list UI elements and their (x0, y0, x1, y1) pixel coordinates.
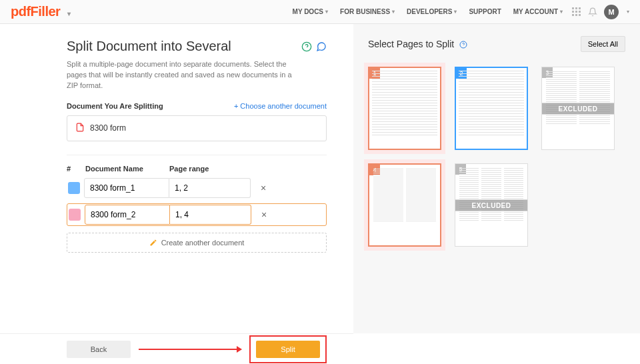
page-thumb-4[interactable]: 4 (368, 163, 441, 247)
create-another-label: Create another document (161, 239, 245, 247)
right-panel: Select Pages to Split Select All 1 2 (353, 24, 640, 333)
select-all-button[interactable]: Select All (581, 36, 625, 52)
doc-you-split-row: Document You Are Splitting + Choose anot… (67, 102, 327, 110)
chat-icon[interactable] (316, 41, 327, 52)
chevron-down-icon: ▾ (67, 10, 71, 17)
source-document-name: 8300 form (90, 123, 126, 133)
left-panel: Split Document into Several Split a mult… (0, 24, 353, 333)
back-button[interactable]: Back (67, 341, 131, 358)
help-icons (301, 41, 327, 52)
page-range-input-1[interactable] (169, 178, 251, 198)
page-range-input-2[interactable] (170, 205, 251, 225)
chevron-down-icon: ▾ (560, 9, 563, 15)
help-small-icon[interactable] (459, 41, 467, 49)
page-thumb-3-wrap: 3 EXCLUDED (541, 67, 615, 150)
divider (67, 155, 327, 155)
chevron-down-icon: ▾ (454, 9, 457, 15)
create-another-button[interactable]: Create another document (67, 233, 327, 253)
app-header: pdfFiller ▾ MY DOCS▾ FOR BUSINESS▾ DEVEL… (0, 0, 640, 24)
doc-name-input-1[interactable] (84, 178, 169, 198)
page-thumb-1[interactable]: 1 (368, 67, 441, 150)
title-row: Split Document into Several (67, 39, 327, 54)
splitting-label: Document You Are Splitting (67, 102, 163, 110)
col-hash: # (67, 165, 85, 173)
col-range: Page range (169, 165, 249, 173)
main-area: Split Document into Several Split a mult… (0, 24, 640, 333)
source-document-box: 8300 form (67, 115, 327, 141)
split-button[interactable]: Split (256, 341, 320, 358)
right-header: Select Pages to Split Select All (368, 36, 625, 52)
logo-text: pdfFiller (11, 4, 60, 19)
table-header: # Document Name Page range (67, 165, 327, 173)
annotation-arrow (139, 349, 241, 350)
remove-row-1[interactable]: × (259, 183, 268, 193)
page-title: Split Document into Several (67, 39, 231, 54)
header-icons: M ▾ (572, 5, 629, 19)
description: Split a multiple-page document into sepa… (67, 59, 293, 91)
chevron-down-icon: ▾ (325, 9, 328, 15)
apps-grid-icon[interactable] (572, 7, 581, 17)
chevron-down-icon[interactable]: ▾ (627, 9, 629, 15)
page-thumbnails: 1 2 3 EXCLUDED 4 (368, 67, 625, 247)
nav-business[interactable]: FOR BUSINESS▾ (340, 8, 395, 15)
page-thumb-2-wrap: 2 (455, 67, 528, 150)
page-thumb-2[interactable]: 2 (455, 67, 528, 150)
chevron-down-icon: ▾ (392, 9, 395, 15)
color-swatch-pink[interactable] (69, 209, 81, 221)
nav-developers[interactable]: DEVELOPERS▾ (407, 8, 457, 15)
page-thumb-4-wrap: 4 (364, 159, 445, 251)
help-icon[interactable] (301, 41, 312, 52)
document-icon (75, 123, 85, 134)
page-thumb-3[interactable]: 3 EXCLUDED (541, 67, 615, 150)
footer-bar: Back Split (0, 333, 353, 364)
top-nav: MY DOCS▾ FOR BUSINESS▾ DEVELOPERS▾ SUPPO… (293, 8, 563, 15)
remove-row-2[interactable]: × (259, 209, 269, 220)
choose-another-link[interactable]: + Choose another document (234, 102, 327, 110)
output-row-2: × (67, 203, 327, 226)
select-pages-title: Select Pages to Split (368, 39, 467, 49)
bell-icon[interactable] (588, 7, 597, 17)
excluded-badge: EXCLUDED (455, 199, 527, 211)
page-thumb-5-wrap: 5 EXCLUDED (455, 163, 528, 247)
page-thumb-5[interactable]: 5 EXCLUDED (455, 163, 528, 247)
annotation-highlight: Split (249, 335, 327, 363)
logo[interactable]: pdfFiller ▾ (11, 4, 71, 19)
nav-support[interactable]: SUPPORT (469, 8, 501, 15)
doc-name-input-2[interactable] (85, 205, 170, 225)
color-swatch-blue[interactable] (68, 182, 80, 194)
nav-mydocs[interactable]: MY DOCS▾ (293, 8, 329, 15)
pencil-icon (149, 239, 157, 247)
output-row-1: × (67, 178, 327, 198)
avatar[interactable]: M (604, 5, 619, 19)
page-thumb-1-wrap: 1 (364, 63, 445, 154)
col-name: Document Name (85, 165, 169, 173)
nav-account[interactable]: MY ACCOUNT▾ (513, 8, 563, 15)
excluded-badge: EXCLUDED (542, 103, 614, 114)
